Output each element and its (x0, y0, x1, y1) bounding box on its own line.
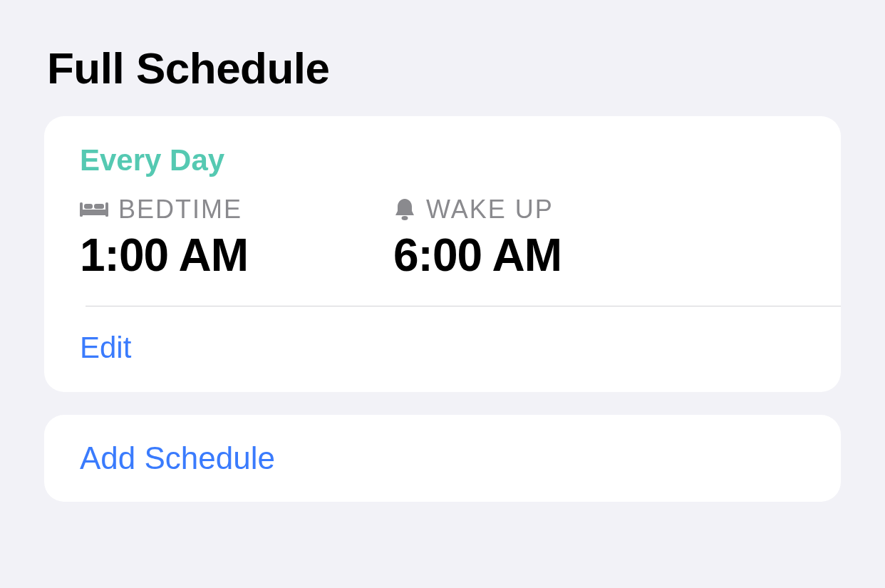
svg-rect-3 (84, 204, 93, 209)
divider (86, 306, 841, 306)
times-row: BEDTIME 1:00 AM WAKE UP 6:00 AM (80, 195, 841, 282)
bedtime-label: BEDTIME (118, 195, 242, 225)
bell-icon (393, 197, 416, 222)
add-schedule-card: Add Schedule (44, 415, 841, 502)
page-title: Full Schedule (47, 43, 841, 93)
wakeup-label: WAKE UP (426, 195, 554, 225)
svg-rect-2 (80, 210, 108, 215)
add-schedule-button[interactable]: Add Schedule (80, 440, 275, 476)
wakeup-value: 6:00 AM (393, 229, 707, 282)
edit-button[interactable]: Edit (80, 331, 131, 365)
schedule-days-label: Every Day (80, 143, 841, 177)
bed-icon (80, 200, 108, 220)
svg-point-5 (402, 216, 408, 220)
wakeup-block: WAKE UP 6:00 AM (393, 195, 707, 282)
svg-rect-4 (94, 204, 104, 209)
schedule-card: Every Day BEDTIME 1:00 AM (44, 116, 841, 392)
bedtime-block: BEDTIME 1:00 AM (80, 195, 393, 282)
bedtime-value: 1:00 AM (80, 229, 393, 282)
